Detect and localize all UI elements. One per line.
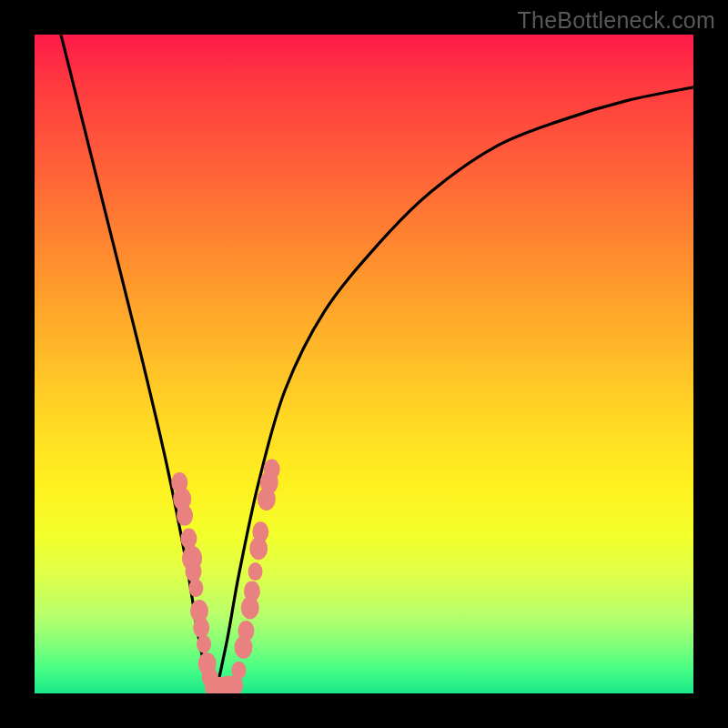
plot-area [35, 35, 693, 693]
chart-svg [35, 35, 693, 693]
curve-marker [193, 617, 209, 638]
stage: TheBottleneck.com [0, 0, 728, 728]
curve-marker [197, 635, 211, 653]
curve-marker [244, 581, 260, 602]
v-curve [61, 35, 693, 693]
curve-marker [264, 460, 280, 480]
curve-marker [231, 662, 246, 680]
curve-marker [238, 621, 254, 642]
watermark-text: TheBottleneck.com [518, 7, 715, 34]
curve-marker [185, 561, 201, 582]
curve-marker [248, 562, 263, 581]
curve-marker [180, 529, 197, 550]
curve-marker [188, 579, 203, 597]
curve-layer [61, 35, 693, 693]
marker-layer [171, 460, 279, 693]
curve-marker [177, 505, 193, 526]
curve-marker [252, 521, 268, 542]
